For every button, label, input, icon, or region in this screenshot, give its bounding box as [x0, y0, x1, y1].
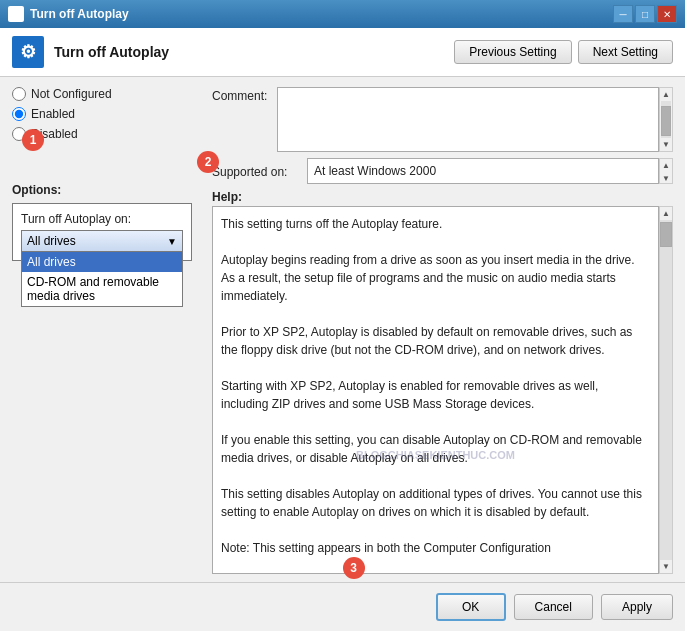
dropdown-item-cdrom[interactable]: CD-ROM and removable media drives: [22, 272, 182, 306]
help-scroll-up[interactable]: ▲: [662, 207, 670, 220]
options-label: Options:: [12, 183, 192, 197]
dialog-header-icon: ⚙: [12, 36, 44, 68]
supported-scrollbar[interactable]: ▲ ▼: [659, 158, 673, 184]
radio-disabled-label: Disabled: [31, 127, 78, 141]
options-box: Turn off Autoplay on: All drives ▼ All d…: [12, 203, 192, 261]
radio-enabled-input[interactable]: [12, 107, 26, 121]
help-text-p6: This setting disables Autoplay on additi…: [221, 485, 642, 521]
dialog-title: Turn off Autoplay: [54, 44, 169, 60]
radio-not-configured-label: Not Configured: [31, 87, 112, 101]
maximize-button[interactable]: □: [635, 5, 655, 23]
main-content: Not Configured Enabled Disabled 1 Option…: [0, 77, 685, 574]
title-bar-controls: ─ □ ✕: [613, 5, 677, 23]
help-scrollbar[interactable]: ▲ ▼: [659, 206, 673, 574]
help-text-p5: If you enable this setting, you can disa…: [221, 431, 642, 467]
dialog-header: ⚙ Turn off Autoplay Previous Setting Nex…: [0, 28, 685, 77]
radio-not-configured[interactable]: Not Configured: [12, 87, 192, 101]
help-scroll-down[interactable]: ▼: [662, 560, 670, 573]
radio-not-configured-input[interactable]: [12, 87, 26, 101]
help-scroll-track: [660, 220, 672, 560]
comment-textarea[interactable]: [277, 87, 659, 152]
apply-button[interactable]: Apply: [601, 594, 673, 620]
scrollbar-down-arrow[interactable]: ▼: [662, 138, 670, 151]
dropdown-label: Turn off Autoplay on:: [21, 212, 183, 226]
comment-section: Comment: ▲ ▼: [212, 87, 673, 152]
scrollbar-up-arrow[interactable]: ▲: [662, 88, 670, 101]
radio-enabled-label: Enabled: [31, 107, 75, 121]
dialog-footer: 3 OK Cancel Apply: [0, 582, 685, 631]
dropdown-selected[interactable]: All drives ▼: [21, 230, 183, 252]
dropdown-list: All drives CD-ROM and removable media dr…: [21, 252, 183, 307]
dropdown-container: All drives ▼ All drives CD-ROM and remov…: [21, 230, 183, 252]
minimize-button[interactable]: ─: [613, 5, 633, 23]
supported-wrapper: At least Windows 2000 ▲ ▼: [307, 158, 673, 184]
dialog: ⚙ Turn off Autoplay Previous Setting Nex…: [0, 28, 685, 631]
next-setting-button[interactable]: Next Setting: [578, 40, 673, 64]
dropdown-value: All drives: [27, 234, 76, 248]
supported-scroll-up[interactable]: ▲: [662, 159, 670, 172]
radio-disabled-input[interactable]: [12, 127, 26, 141]
header-buttons: Previous Setting Next Setting: [454, 40, 673, 64]
help-text-p7: Note: This setting appears in both the C…: [221, 539, 642, 557]
title-bar-icon: [8, 6, 24, 22]
help-text-p4: Starting with XP SP2, Autoplay is enable…: [221, 377, 642, 413]
scrollbar-track: [661, 101, 671, 138]
dropdown-item-all-drives[interactable]: All drives: [22, 252, 182, 272]
help-text-p3: Prior to XP SP2, Autoplay is disabled by…: [221, 323, 642, 359]
radio-disabled[interactable]: Disabled: [12, 127, 192, 141]
supported-label: Supported on:: [212, 163, 307, 179]
supported-scroll-down[interactable]: ▼: [662, 172, 670, 185]
left-panel: Not Configured Enabled Disabled 1 Option…: [12, 87, 202, 574]
title-bar: Turn off Autoplay ─ □ ✕: [0, 0, 685, 28]
close-button[interactable]: ✕: [657, 5, 677, 23]
comment-area-wrapper: ▲ ▼: [277, 87, 673, 152]
help-area: 2 This setting turns off the Autoplay fe…: [212, 206, 673, 574]
supported-value: At least Windows 2000: [307, 158, 659, 184]
previous-setting-button[interactable]: Previous Setting: [454, 40, 571, 64]
help-label: Help:: [212, 190, 673, 204]
comment-label: Comment:: [212, 87, 277, 103]
help-box: This setting turns off the Autoplay feat…: [212, 206, 659, 574]
supported-section: Supported on: At least Windows 2000 ▲ ▼: [212, 158, 673, 184]
radio-group: Not Configured Enabled Disabled 1: [12, 87, 192, 141]
cancel-button[interactable]: Cancel: [514, 594, 593, 620]
help-text-p1: This setting turns off the Autoplay feat…: [221, 215, 642, 233]
help-text-p2: Autoplay begins reading from a drive as …: [221, 251, 642, 305]
comment-scrollbar[interactable]: ▲ ▼: [659, 87, 673, 152]
dropdown-arrow-icon: ▼: [167, 236, 177, 247]
title-bar-text: Turn off Autoplay: [30, 7, 613, 21]
help-scroll-thumb[interactable]: [660, 222, 672, 247]
scrollbar-thumb[interactable]: [661, 106, 671, 136]
ok-button[interactable]: OK: [436, 593, 506, 621]
right-panel: Comment: ▲ ▼ Supported on: At least: [202, 87, 673, 574]
radio-enabled[interactable]: Enabled: [12, 107, 192, 121]
